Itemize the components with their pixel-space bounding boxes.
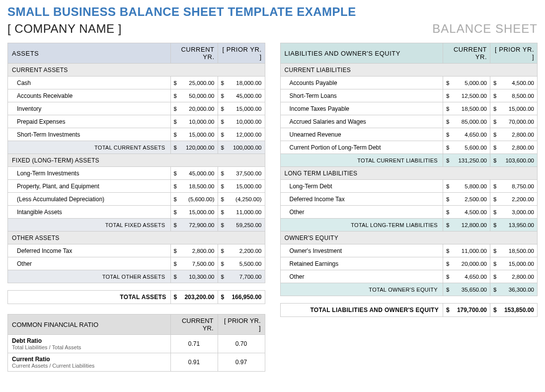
ratio-header: COMMON FINANCIAL RATIO [8,314,171,335]
line-label: Unearned Revenue [280,128,443,141]
section-label: CURRENT LIABILITIES [280,64,538,77]
total-assets-table: TOTAL ASSETS $203,200.00 $166,950.00 [7,290,265,304]
line-item: Property, Plant, and Equipment$18,500.00… [8,180,265,193]
amount-cell: $10,300.00 [170,270,218,283]
line-item: Unearned Revenue$4,650.00$2,800.00 [280,128,538,141]
amount-cell: $18,500.00 [170,180,218,193]
line-label: (Less Accumulated Depreciation) [8,193,171,206]
line-item: Other$7,500.00$5,500.00 [8,257,265,270]
ratio-cy-header: CURRENT YR. [170,314,218,335]
line-label: Prepaid Expenses [8,115,171,128]
line-label: Accounts Receivable [8,89,171,102]
amount-cell: $25,000.00 [170,77,218,89]
page-title: SMALL BUSINESS BALANCE SHEET TEMPLATE EX… [7,5,538,19]
amount-cell: $2,800.00 [490,141,538,154]
line-label: Property, Plant, and Equipment [8,180,171,193]
amount-cell: $2,200.00 [490,193,538,206]
amount-cell: $120,000.00 [170,141,218,154]
liabilities-header: LIABILITIES AND OWNER'S EQUITY [280,43,443,64]
line-label: Short-Term Loans [280,89,443,102]
line-label: Long-Term Investments [8,167,171,180]
amount-cell: $36,300.00 [490,283,538,296]
line-item: Deferred Income Tax$2,500.00$2,200.00 [280,193,538,206]
amount-cell: $12,000.00 [218,128,265,141]
total-liab-equity-py: $153,850.00 [490,304,538,317]
line-item: Owner's Investment$11,000.00$18,500.00 [280,244,538,257]
liab-cy-header: CURRENT YR. [443,43,490,64]
amount-cell: $11,000.00 [218,206,265,219]
amount-cell: $4,650.00 [443,270,490,283]
total-assets-label: TOTAL ASSETS [8,291,171,304]
line-label: Current Portion of Long-Term Debt [280,141,443,154]
amount-cell: $12,500.00 [443,89,490,102]
line-item: Cash$25,000.00$18,000.00 [8,77,265,89]
line-item: Short-Term Loans$12,500.00$8,500.00 [280,89,538,102]
amount-cell: $100,000.00 [218,141,265,154]
amount-cell: $18,000.00 [218,77,265,89]
ratio-table: COMMON FINANCIAL RATIO CURRENT YR. [ PRI… [7,314,265,372]
amount-cell: $7,700.00 [218,270,265,283]
subtotal-row: TOTAL LONG-TERM LIABILITIES$12,800.00$13… [280,219,538,232]
line-item: Long-Term Investments$45,000.00$37,500.0… [8,167,265,180]
amount-cell: $5,500.00 [218,257,265,270]
ratio-name-cell: Debt RatioTotal Liabilities / Total Asse… [8,335,171,353]
amount-cell: $18,500.00 [443,102,490,115]
current-yr-header: CURRENT YR. [170,43,218,64]
subtotal-label: TOTAL CURRENT ASSETS [8,141,171,154]
line-label: Inventory [8,102,171,115]
subtotal-row: TOTAL CURRENT LIABILITIES$131,250.00$103… [280,154,538,167]
amount-cell: $5,600.00 [443,141,490,154]
ratio-row: Debt RatioTotal Liabilities / Total Asse… [8,335,265,353]
amount-cell: $15,000.00 [170,128,218,141]
amount-cell: $5,000.00 [443,77,490,89]
line-item: Long-Term Debt$5,800.00$8,750.00 [280,180,538,193]
amount-cell: $20,000.00 [443,257,490,270]
line-label: Accrued Salaries and Wages [280,115,443,128]
amount-cell: $15,000.00 [218,102,265,115]
amount-cell: $13,950.00 [490,219,538,232]
ratio-row: Current RatioCurrent Assets / Current Li… [8,353,265,372]
line-item: Current Portion of Long-Term Debt$5,600.… [280,141,538,154]
total-liab-equity-table: TOTAL LIABILITIES AND OWNER'S EQUITY $17… [280,303,538,317]
amount-cell: $4,500.00 [443,206,490,219]
total-liab-equity-label: TOTAL LIABILITIES AND OWNER'S EQUITY [280,304,443,317]
line-label: Other [280,270,443,283]
amount-cell: $11,000.00 [443,244,490,257]
line-item: Accrued Salaries and Wages$85,000.00$70,… [280,115,538,128]
line-item: Inventory$20,000.00$15,000.00 [8,102,265,115]
subtotal-label: TOTAL LONG-TERM LIABILITIES [280,219,443,232]
line-item: Accounts Payable$5,000.00$4,500.00 [280,77,538,89]
line-label: Income Taxes Payable [280,102,443,115]
ratio-py-value: 0.70 [218,335,265,353]
amount-cell: $5,800.00 [443,180,490,193]
subtotal-row: TOTAL CURRENT ASSETS$120,000.00$100,000.… [8,141,265,154]
line-label: Other [8,257,171,270]
line-item: Accounts Receivable$50,000.00$45,000.00 [8,89,265,102]
subtotal-row: TOTAL OTHER ASSETS$10,300.00$7,700.00 [8,270,265,283]
amount-cell: $(4,250.00) [218,193,265,206]
company-name: [ COMPANY NAME ] [7,22,122,36]
amount-cell: $4,650.00 [443,128,490,141]
amount-cell: $10,000.00 [170,115,218,128]
amount-cell: $15,000.00 [490,102,538,115]
prior-yr-header: [ PRIOR YR. ] [218,43,265,64]
liabilities-table: LIABILITIES AND OWNER'S EQUITY CURRENT Y… [280,43,538,296]
line-item: Other$4,650.00$2,800.00 [280,270,538,283]
line-label: Owner's Investment [280,244,443,257]
amount-cell: $103,600.00 [490,154,538,167]
subtotal-row: TOTAL FIXED ASSETS$72,900.00$59,250.00 [8,219,265,232]
subtotal-label: TOTAL FIXED ASSETS [8,219,171,232]
subtotal-row: TOTAL OWNER'S EQUITY$35,650.00$36,300.00 [280,283,538,296]
amount-cell: $37,500.00 [218,167,265,180]
amount-cell: $2,500.00 [443,193,490,206]
total-assets-py: $166,950.00 [218,291,265,304]
amount-cell: $15,000.00 [170,206,218,219]
amount-cell: $2,800.00 [170,244,218,257]
ratio-name-cell: Current RatioCurrent Assets / Current Li… [8,353,171,372]
amount-cell: $35,650.00 [443,283,490,296]
line-label: Cash [8,77,171,89]
line-label: Short-Term Investments [8,128,171,141]
amount-cell: $7,500.00 [170,257,218,270]
amount-cell: $3,000.00 [490,206,538,219]
liab-py-header: [ PRIOR YR. ] [490,43,538,64]
